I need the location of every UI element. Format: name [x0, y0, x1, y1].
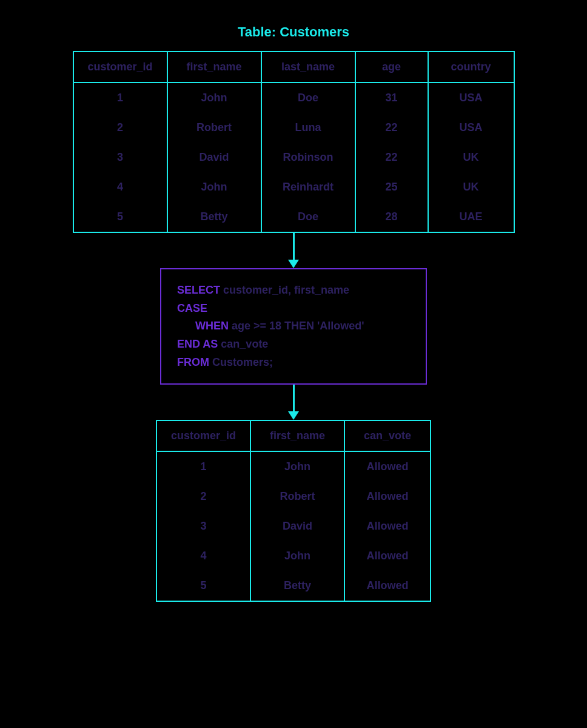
sql-line: END AS can_vote	[177, 335, 410, 354]
cell: Allowed	[345, 452, 430, 482]
sql-line: SELECT customer_id, first_name	[177, 281, 410, 300]
cell: John	[251, 452, 345, 482]
table-row: 5 Betty Allowed	[157, 571, 430, 601]
sql-line: CASE	[177, 300, 410, 318]
header-last-name: last_name	[262, 52, 356, 83]
header-customer-id: customer_id	[157, 421, 251, 452]
cell: 22	[356, 143, 429, 172]
header-first-name: first_name	[251, 421, 345, 452]
cell: Luna	[262, 113, 356, 143]
cell: John	[251, 541, 345, 571]
table-row: 4 John Reinhardt 25 UK	[74, 172, 514, 202]
header-can-vote: can_vote	[345, 421, 430, 452]
sql-when-condition: age >= 18 THEN 'Allowed'	[229, 320, 364, 332]
cell: Robert	[168, 113, 262, 143]
sql-from-table: Customers;	[209, 356, 273, 368]
sql-keyword-case: CASE	[177, 302, 207, 314]
sql-keyword-when: WHEN	[195, 320, 229, 332]
table-row: 1 John Doe 31 USA	[74, 83, 514, 113]
table-row: 1 John Allowed	[157, 452, 430, 482]
cell: John	[168, 172, 262, 202]
cell: USA	[429, 83, 514, 113]
table-row: 2 Robert Allowed	[157, 482, 430, 511]
cell: 3	[74, 143, 168, 172]
cell: 28	[356, 202, 429, 232]
cell: Allowed	[345, 482, 430, 511]
table-row: 3 David Allowed	[157, 511, 430, 541]
cell: Robert	[251, 482, 345, 511]
arrow-down-icon	[288, 385, 299, 420]
cell: Robinson	[262, 143, 356, 172]
result-table: customer_id first_name can_vote 1 John A…	[156, 420, 431, 602]
cell: 5	[157, 571, 251, 601]
cell: UK	[429, 172, 514, 202]
sql-keyword-select: SELECT	[177, 284, 220, 296]
cell: 4	[74, 172, 168, 202]
sql-query-box: SELECT customer_id, first_name CASE WHEN…	[160, 268, 427, 385]
cell: 31	[356, 83, 429, 113]
cell: 5	[74, 202, 168, 232]
sql-line: FROM Customers;	[177, 354, 410, 372]
header-customer-id: customer_id	[74, 52, 168, 83]
cell: Betty	[251, 571, 345, 601]
table-title: Table: Customers	[238, 24, 349, 40]
header-age: age	[356, 52, 429, 83]
header-first-name: first_name	[168, 52, 262, 83]
cell: David	[251, 511, 345, 541]
cell: Allowed	[345, 571, 430, 601]
cell: 4	[157, 541, 251, 571]
header-country: country	[429, 52, 514, 83]
sql-select-columns: customer_id, first_name	[220, 284, 349, 296]
arrow-down-icon	[288, 233, 299, 268]
cell: 25	[356, 172, 429, 202]
cell: UK	[429, 143, 514, 172]
sql-keyword-end-as: END AS	[177, 338, 218, 350]
cell: John	[168, 83, 262, 113]
cell: USA	[429, 113, 514, 143]
cell: Betty	[168, 202, 262, 232]
sql-line: WHEN age >= 18 THEN 'Allowed'	[177, 317, 410, 335]
cell: UAE	[429, 202, 514, 232]
table-row: 3 David Robinson 22 UK	[74, 143, 514, 172]
table-header-row: customer_id first_name can_vote	[157, 421, 430, 452]
cell: Doe	[262, 202, 356, 232]
cell: 22	[356, 113, 429, 143]
cell: Allowed	[345, 511, 430, 541]
cell: 1	[157, 452, 251, 482]
table-row: 4 John Allowed	[157, 541, 430, 571]
cell: 2	[157, 482, 251, 511]
cell: 1	[74, 83, 168, 113]
source-table: customer_id first_name last_name age cou…	[73, 51, 515, 233]
cell: David	[168, 143, 262, 172]
table-header-row: customer_id first_name last_name age cou…	[74, 52, 514, 83]
cell: Reinhardt	[262, 172, 356, 202]
table-row: 2 Robert Luna 22 USA	[74, 113, 514, 143]
sql-keyword-from: FROM	[177, 356, 209, 368]
cell: Allowed	[345, 541, 430, 571]
sql-alias: can_vote	[218, 338, 268, 350]
cell: 2	[74, 113, 168, 143]
cell: 3	[157, 511, 251, 541]
cell: Doe	[262, 83, 356, 113]
table-row: 5 Betty Doe 28 UAE	[74, 202, 514, 232]
